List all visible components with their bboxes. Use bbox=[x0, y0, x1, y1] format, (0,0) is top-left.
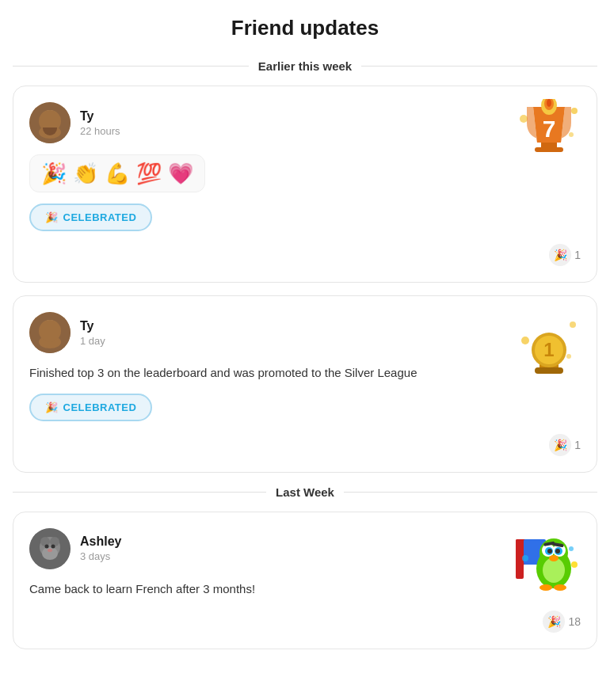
emoji-heart: 💗 bbox=[168, 163, 193, 184]
user-text-2: Ty 1 day bbox=[80, 319, 105, 347]
svg-point-18 bbox=[44, 325, 49, 330]
avatar-svg-ashley bbox=[29, 528, 71, 569]
celebrate-number-3: 18 bbox=[568, 615, 581, 628]
svg-point-55 bbox=[571, 561, 578, 568]
section-label-last-week: Last Week bbox=[276, 485, 334, 499]
celebrate-icon-small-3: 🎉 bbox=[543, 611, 565, 633]
svg-point-31 bbox=[40, 537, 50, 546]
svg-point-32 bbox=[50, 537, 59, 546]
section-divider-earlier: Earlier this week bbox=[13, 59, 597, 73]
avatar-ty1 bbox=[29, 102, 71, 143]
svg-point-21 bbox=[521, 337, 529, 344]
owl-icon bbox=[509, 525, 581, 599]
celebrated-icon-1: 🎉 bbox=[45, 211, 59, 223]
svg-text:7: 7 bbox=[543, 116, 556, 142]
card-header-1: Ty 22 hours 7 bbox=[29, 102, 581, 143]
svg-text:1: 1 bbox=[543, 339, 554, 360]
avatar-svg-ty2 bbox=[29, 312, 71, 353]
card-footer-3: 🎉 18 bbox=[29, 611, 581, 633]
user-time-3: 3 days bbox=[80, 550, 121, 562]
celebrate-icon-small-1: 🎉 bbox=[549, 244, 571, 266]
emoji-party: 🎉 bbox=[41, 163, 67, 184]
celebrate-icon-small-2: 🎉 bbox=[549, 434, 571, 456]
svg-point-3 bbox=[44, 116, 49, 120]
celebrate-count-2: 🎉 1 bbox=[549, 434, 581, 456]
divider-line-left bbox=[13, 66, 249, 67]
celebrated-button-1[interactable]: 🎉 CELEBRATED bbox=[29, 204, 152, 231]
svg-point-54 bbox=[522, 555, 528, 561]
celebrated-label-1: CELEBRATED bbox=[63, 211, 137, 223]
user-text-1: Ty 22 hours bbox=[80, 109, 120, 137]
user-time-2: 1 day bbox=[80, 335, 105, 347]
user-info-3: Ashley 3 days bbox=[29, 528, 121, 569]
card-description-3: Came back to learn French after 3 months… bbox=[29, 580, 473, 599]
svg-point-7 bbox=[571, 108, 578, 114]
svg-point-6 bbox=[520, 115, 528, 123]
celebrate-number-1: 1 bbox=[574, 249, 581, 261]
user-name-1: Ty bbox=[80, 109, 120, 124]
user-info-2: Ty 1 day bbox=[29, 312, 105, 353]
svg-point-48 bbox=[555, 549, 560, 554]
page-title: Friend updates bbox=[13, 16, 597, 40]
user-time-1: 22 hours bbox=[80, 125, 120, 137]
emoji-muscle: 💪 bbox=[105, 163, 130, 184]
svg-point-35 bbox=[51, 544, 55, 548]
emoji-clap: 👏 bbox=[73, 163, 98, 184]
celebrated-icon-2: 🎉 bbox=[45, 401, 59, 413]
card-footer-1: 🎉 1 bbox=[29, 244, 581, 266]
svg-point-51 bbox=[554, 584, 566, 591]
svg-point-4 bbox=[51, 116, 55, 120]
card-header-2: Ty 1 day 1 bbox=[29, 312, 581, 353]
emoji-row-1: 🎉 👏 💪 💯 💗 bbox=[29, 154, 205, 192]
svg-point-34 bbox=[45, 544, 49, 548]
card-ty-promotion: Ty 1 day 1 Finished top 3 on the leade bbox=[13, 295, 597, 473]
svg-point-5 bbox=[47, 120, 53, 124]
celebrate-number-2: 1 bbox=[574, 439, 581, 451]
svg-point-56 bbox=[569, 546, 574, 551]
celebrate-count-3: 🎉 18 bbox=[543, 611, 581, 633]
section-label-earlier: Earlier this week bbox=[258, 59, 352, 73]
card-description-2: Finished top 3 on the leaderboard and wa… bbox=[29, 364, 473, 382]
avatar-svg-ty1 bbox=[29, 102, 71, 143]
owl-svg bbox=[509, 525, 581, 596]
card-ty-streak: Ty 22 hours 7 bbox=[13, 86, 597, 283]
divider-line-left-2 bbox=[13, 492, 266, 493]
svg-point-19 bbox=[51, 325, 55, 330]
divider-line-right-2 bbox=[344, 492, 597, 493]
celebrated-button-2[interactable]: 🎉 CELEBRATED bbox=[29, 394, 152, 421]
svg-point-47 bbox=[547, 549, 552, 554]
user-info-1: Ty 22 hours bbox=[29, 102, 120, 143]
card-footer-2: 🎉 1 bbox=[29, 434, 581, 456]
avatar-ty2 bbox=[29, 312, 71, 353]
svg-point-16 bbox=[40, 320, 59, 339]
trophy-7-icon: 7 bbox=[517, 99, 581, 173]
emoji-100: 💯 bbox=[136, 163, 162, 184]
card-header-3: Ashley 3 days bbox=[29, 528, 581, 569]
user-name-2: Ty bbox=[80, 319, 105, 333]
user-text-3: Ashley 3 days bbox=[80, 535, 121, 562]
celebrate-count-1: 🎉 1 bbox=[549, 244, 581, 266]
svg-rect-10 bbox=[535, 147, 563, 152]
avatar-ashley bbox=[29, 528, 71, 569]
svg-point-50 bbox=[539, 584, 552, 591]
svg-point-17 bbox=[39, 336, 61, 348]
svg-point-23 bbox=[566, 354, 571, 359]
trophy-svg: 7 bbox=[517, 99, 581, 170]
medal-svg: 1 bbox=[517, 309, 581, 380]
medal-1-icon: 1 bbox=[517, 309, 581, 383]
svg-point-1 bbox=[40, 110, 59, 129]
svg-point-8 bbox=[569, 132, 574, 137]
divider-line-right bbox=[361, 66, 597, 67]
card-ashley-comeback: Ashley 3 days bbox=[13, 512, 597, 650]
section-divider-last-week: Last Week bbox=[13, 485, 597, 499]
svg-point-2 bbox=[39, 126, 61, 139]
svg-point-36 bbox=[48, 549, 52, 552]
svg-point-22 bbox=[570, 321, 576, 328]
celebrated-label-2: CELEBRATED bbox=[63, 401, 137, 413]
svg-rect-9 bbox=[541, 143, 557, 147]
user-name-3: Ashley bbox=[80, 535, 121, 549]
svg-point-14 bbox=[547, 99, 551, 107]
svg-point-49 bbox=[549, 555, 559, 561]
svg-rect-25 bbox=[535, 367, 563, 374]
svg-point-20 bbox=[47, 329, 53, 334]
